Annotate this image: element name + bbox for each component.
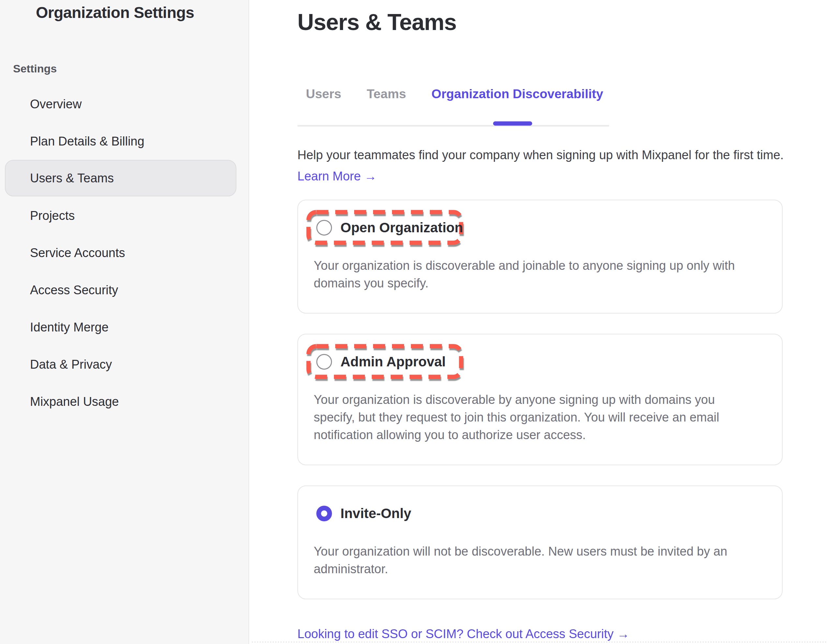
- sidebar-item[interactable]: Access Security: [0, 272, 248, 309]
- sidebar: Organization Settings Settings Overview …: [0, 0, 249, 644]
- sidebar-item[interactable]: Users & Teams: [5, 160, 236, 196]
- access-security-link[interactable]: Looking to edit SSO or SCIM? Check out A…: [297, 625, 629, 643]
- sidebar-item[interactable]: Mixpanel Usage: [0, 383, 248, 420]
- option-card: Invite-Only Your organization will not b…: [297, 485, 783, 599]
- tab[interactable]: Teams: [367, 86, 406, 102]
- option-card: Admin Approval Your organization is disc…: [297, 334, 783, 465]
- option-radio-row[interactable]: Admin Approval: [316, 354, 782, 370]
- sidebar-item-label: Access Security: [30, 283, 118, 297]
- learn-more-label: Learn More: [297, 169, 360, 183]
- option-card: Open Organization Your organization is d…: [297, 200, 783, 314]
- sidebar-item[interactable]: Plan Details & Billing: [0, 123, 248, 160]
- main-content: Users & Teams Users Teams Organization D…: [249, 0, 827, 644]
- tab-underline-track: [297, 125, 609, 127]
- tab-bar: Users Teams Organization Discoverability: [306, 86, 603, 102]
- sidebar-item[interactable]: Service Accounts: [0, 234, 248, 272]
- sidebar-item-label: Identity Merge: [30, 320, 109, 335]
- sidebar-item[interactable]: Overview: [0, 86, 248, 123]
- bottom-dotted-divider: [252, 641, 827, 643]
- sidebar-item[interactable]: Data & Privacy: [0, 346, 248, 383]
- sidebar-item-label: Mixpanel Usage: [30, 395, 119, 409]
- sidebar-item-label: Projects: [30, 209, 75, 223]
- learn-more-link[interactable]: Learn More →: [297, 167, 377, 185]
- option-label: Invite-Only: [340, 506, 411, 521]
- footer-link-label: Looking to edit SSO or SCIM? Check out A…: [297, 627, 613, 641]
- sidebar-item-label: Service Accounts: [30, 246, 125, 260]
- tab[interactable]: Organization Discoverability: [431, 86, 603, 102]
- arrow-right-icon: →: [364, 169, 377, 183]
- radio-button[interactable]: [316, 220, 332, 236]
- radio-button[interactable]: [316, 506, 332, 521]
- option-label: Admin Approval: [340, 354, 446, 370]
- option-description: Your organization is discoverable by any…: [314, 391, 762, 444]
- sidebar-item[interactable]: Projects: [0, 197, 248, 234]
- option-label: Open Organization: [340, 220, 463, 236]
- sidebar-title: Organization Settings: [36, 3, 194, 22]
- option-radio-row[interactable]: Open Organization: [316, 220, 782, 236]
- intro-text: Help your teammates find your company wh…: [297, 146, 783, 164]
- radio-button[interactable]: [316, 354, 332, 370]
- sidebar-item-label: Users & Teams: [30, 171, 114, 185]
- option-radio-row[interactable]: Invite-Only: [316, 506, 782, 521]
- sidebar-section-label: Settings: [13, 62, 57, 75]
- sidebar-item-label: Plan Details & Billing: [30, 134, 145, 148]
- option-description: Your organization will not be discoverab…: [314, 542, 762, 578]
- organization-settings-page: Organization Settings Settings Overview …: [0, 0, 827, 644]
- sidebar-nav-list: Overview Plan Details & Billing Users & …: [0, 86, 248, 420]
- sidebar-item-label: Data & Privacy: [30, 358, 112, 372]
- sidebar-item-label: Overview: [30, 97, 81, 111]
- sidebar-item[interactable]: Identity Merge: [0, 309, 248, 346]
- discoverability-options: Open Organization Your organization is d…: [297, 200, 783, 599]
- tab[interactable]: Users: [306, 86, 341, 102]
- arrow-right-icon: →: [617, 627, 629, 641]
- option-description: Your organization is discoverable and jo…: [314, 257, 762, 292]
- page-title: Users & Teams: [297, 8, 457, 36]
- active-tab-indicator: [493, 121, 532, 126]
